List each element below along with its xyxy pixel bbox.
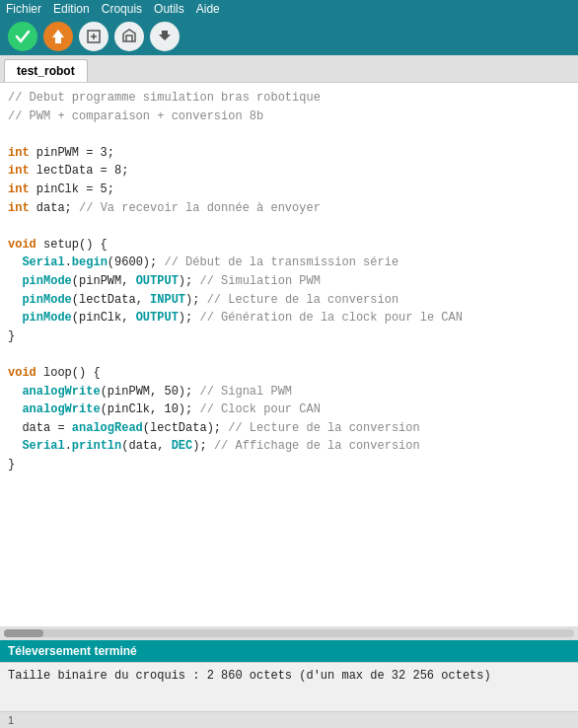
code-line: // PWM + comparaison + conversion 8b [8, 108, 570, 126]
menu-outils[interactable]: Outils [154, 2, 184, 16]
code-line: Serial.begin(9600); // Début de la trans… [8, 254, 570, 272]
code-line: pinMode(lectData, INPUT); // Lecture de … [8, 291, 570, 310]
code-line: int pinClk = 5; [8, 181, 570, 199]
code-line: pinMode(pinClk, OUTPUT); // Génération d… [8, 309, 570, 328]
code-line: int lectData = 8; [8, 162, 570, 181]
menu-edition[interactable]: Edition [53, 2, 90, 16]
code-line: analogWrite(pinPWM, 50); // Signal PWM [8, 383, 570, 401]
code-line: } [8, 328, 570, 346]
save-button[interactable] [150, 22, 180, 51]
code-line: data = analogRead(lectData); // Lecture … [8, 419, 570, 438]
code-line [8, 125, 570, 144]
tab-test-robot[interactable]: test_robot [4, 59, 88, 82]
new-button[interactable] [79, 22, 108, 51]
svg-marker-0 [52, 30, 64, 43]
toolbar [0, 18, 578, 55]
code-line: void loop() { [8, 364, 570, 383]
status-message: Téleversement terminé [8, 644, 137, 658]
console-output: Taille binaire du croquis : 2 860 octets… [0, 662, 578, 711]
line-number-bar: 1 [0, 711, 578, 728]
code-line: pinMode(pinPWM, OUTPUT); // Simulation P… [8, 272, 570, 291]
menu-fichier[interactable]: Fichier [6, 2, 41, 16]
editor[interactable]: // Debut programme simulation bras robot… [0, 82, 578, 626]
code-line: void setup() { [8, 236, 570, 255]
open-button[interactable] [114, 22, 144, 51]
menu-croquis[interactable]: Croquis [102, 2, 142, 16]
code-line: // Debut programme simulation bras robot… [8, 89, 570, 108]
scrollbar-track [4, 629, 574, 637]
console-message: Taille binaire du croquis : 2 860 octets… [8, 669, 491, 683]
menubar: Fichier Edition Croquis Outils Aide [0, 0, 578, 18]
tabbar: test_robot [0, 55, 578, 82]
code-line: analogWrite(pinClk, 10); // Clock pour C… [8, 400, 570, 419]
upload-button[interactable] [43, 22, 73, 51]
svg-marker-4 [159, 31, 171, 40]
current-line: 1 [8, 714, 14, 726]
horizontal-scrollbar[interactable] [0, 626, 578, 640]
code-line: Serial.println(data, DEC); // Affichage … [8, 437, 570, 456]
verify-button[interactable] [8, 22, 37, 51]
menu-aide[interactable]: Aide [196, 2, 220, 16]
statusbar: Téleversement terminé [0, 640, 578, 662]
code-line: int pinPWM = 3; [8, 144, 570, 163]
code-line [8, 217, 570, 236]
code-line: int data; // Va recevoir la donnée à env… [8, 199, 570, 218]
code-line: } [8, 456, 570, 474]
code-line [8, 345, 570, 364]
scrollbar-thumb[interactable] [4, 629, 43, 637]
